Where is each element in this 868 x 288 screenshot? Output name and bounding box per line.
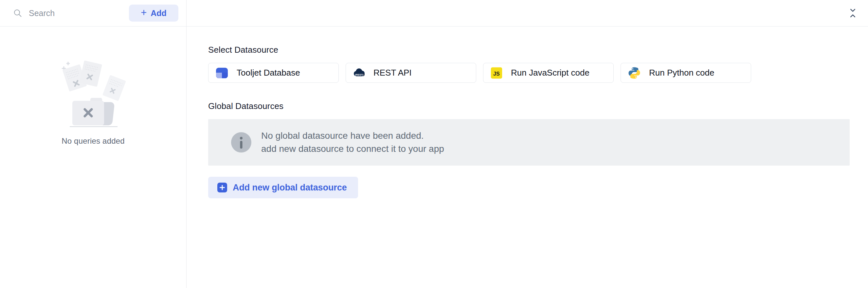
datasource-card-run-python[interactable]: Run Python code	[621, 63, 751, 83]
search-field[interactable]	[13, 8, 129, 18]
rest-api-icon: {REST}	[352, 66, 366, 79]
search-icon	[13, 8, 22, 18]
add-global-datasource-label: Add new global datasource	[233, 183, 347, 193]
datasource-card-tooljet-database[interactable]: Tooljet Database	[208, 63, 339, 83]
search-input[interactable]	[29, 8, 129, 18]
datasource-card-row: Tooljet Database {REST} REST API	[208, 63, 850, 83]
javascript-icon: JS	[490, 66, 503, 79]
python-icon	[627, 66, 641, 80]
plus-square-icon	[217, 183, 227, 192]
no-global-datasource-info-box: No global datasource have been added. ad…	[208, 119, 850, 166]
collapse-panel-button[interactable]	[847, 6, 858, 20]
info-icon	[231, 132, 251, 153]
add-global-datasource-button[interactable]: Add new global datasource	[208, 177, 358, 198]
panel-header	[187, 0, 868, 27]
add-query-label: Add	[151, 8, 166, 18]
datasource-card-label: Run JavaScript code	[511, 68, 589, 78]
datasource-picker: Select Datasource Tooljet Database	[187, 27, 868, 288]
datasource-card-label: Tooljet Database	[237, 68, 300, 78]
info-message: No global datasource have been added. ad…	[261, 129, 444, 156]
datasource-card-label: Run Python code	[649, 68, 714, 78]
query-list-empty-state: No queries added	[0, 27, 187, 288]
svg-text:{REST}: {REST}	[355, 73, 364, 76]
global-datasources-heading: Global Datasources	[208, 101, 850, 111]
datasource-card-run-javascript[interactable]: JS Run JavaScript code	[483, 63, 614, 83]
tooljet-database-icon	[215, 66, 229, 80]
query-list-toolbar: + Add	[0, 0, 187, 27]
info-message-line2: add new datasource to connect it to your…	[261, 142, 444, 156]
empty-state-caption: No queries added	[62, 136, 125, 146]
add-query-button[interactable]: + Add	[129, 5, 178, 22]
select-datasource-heading: Select Datasource	[208, 45, 850, 55]
plus-icon: +	[141, 7, 147, 18]
empty-queries-folder-illustration	[61, 55, 126, 129]
collapse-panel-icon	[849, 7, 857, 19]
svg-text:JS: JS	[493, 70, 500, 76]
datasource-card-label: REST API	[373, 68, 412, 78]
query-panel: + Add	[0, 0, 868, 288]
datasource-card-rest-api[interactable]: {REST} REST API	[346, 63, 476, 83]
info-message-line1: No global datasource have been added.	[261, 129, 444, 142]
